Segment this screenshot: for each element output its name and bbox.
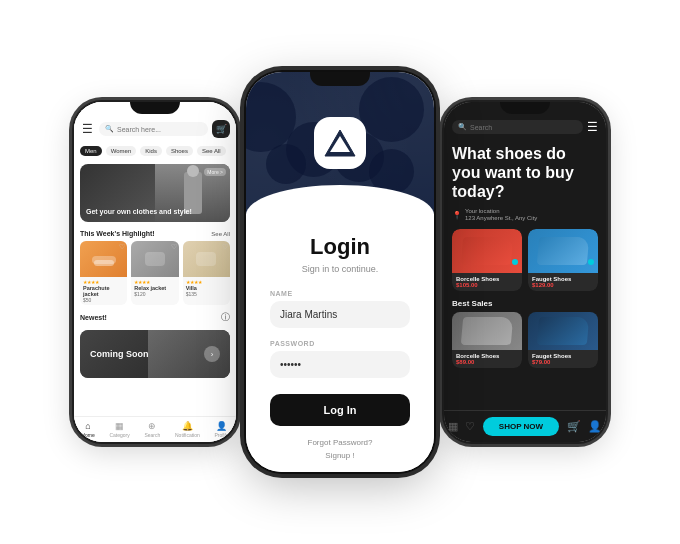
search-bar[interactable]: 🔍 — [99, 122, 208, 136]
newest-title: Newest! — [80, 314, 107, 321]
product-card-2[interactable]: ♡ ★★★★ Relax jacket $120 — [131, 241, 178, 305]
phone-left: ☰ 🔍 🛒 Men Women Kids Shoes See All — [74, 102, 236, 442]
shoe-card-red[interactable]: Borcelle Shoes $105.00 — [452, 229, 522, 291]
cart-icon[interactable]: 🛒 — [212, 120, 230, 138]
best-sales-title: Best Sales — [452, 299, 492, 308]
shoe-card-darkblue[interactable]: Fauget Shoes $79.00 — [528, 312, 598, 368]
shoe-price-blue: $129.00 — [532, 282, 594, 288]
signup-link[interactable]: Signup ! — [325, 451, 354, 460]
nav-home[interactable]: ⌂ Home — [81, 421, 94, 438]
red-shoe-shape — [461, 237, 513, 265]
phone-center: Login Sign in to continue. NAME PASSWORD… — [246, 72, 434, 472]
search-nav-icon: ⊕ — [148, 421, 156, 431]
notch-right — [500, 102, 550, 114]
shoe-img-red — [452, 229, 522, 273]
nav-profile[interactable]: 👤 Profile — [214, 421, 228, 438]
best-sales-header: Best Sales — [444, 297, 606, 312]
product-info-2: ★★★★ Relax jacket $120 — [131, 277, 178, 299]
product-card-3[interactable]: ♡ ★★★★ Villa $135 — [183, 241, 230, 305]
heart-icon-1[interactable]: ♡ — [119, 243, 125, 251]
newest-info-icon[interactable]: ⓘ — [221, 311, 230, 324]
shoe-card-gray[interactable]: Borcelle Shoes $89.00 — [452, 312, 522, 368]
login-button[interactable]: Log In — [270, 394, 410, 426]
cat-kids[interactable]: Kids — [140, 146, 162, 156]
nav-category[interactable]: ▦ Category — [109, 421, 129, 438]
notch-left — [130, 102, 180, 114]
blue-shoe-shape — [537, 237, 589, 265]
login-curve — [246, 185, 434, 214]
user-icon-right[interactable]: 👤 — [588, 420, 602, 433]
search-input-right[interactable] — [470, 124, 577, 131]
featured-shoes-grid: Borcelle Shoes $105.00 Fauget Shoes $129… — [444, 227, 606, 297]
profile-label: Profile — [214, 432, 228, 438]
shoe-price-darkblue: $79.00 — [532, 359, 594, 365]
search-icon-left: 🔍 — [105, 125, 114, 133]
product-price-2: $120 — [134, 291, 175, 297]
shoe-card-blue[interactable]: Fauget Shoes $129.00 — [528, 229, 598, 291]
product-price-1: $50 — [83, 297, 124, 303]
nav-notification[interactable]: 🔔 Notification — [175, 421, 200, 438]
coming-soon-arrow[interactable]: › — [204, 346, 220, 362]
categories-row: Men Women Kids Shoes See All — [74, 142, 236, 160]
center-screen: Login Sign in to continue. NAME PASSWORD… — [246, 72, 434, 472]
product-card-1[interactable]: ♡ ★★★★ Parachute jacket $50 — [80, 241, 127, 305]
logo-box — [314, 117, 366, 169]
nav-search[interactable]: ⊕ Search — [144, 421, 160, 438]
menu-icon-right[interactable]: ☰ — [587, 120, 598, 134]
notification-label: Notification — [175, 432, 200, 438]
search-icon-right: 🔍 — [458, 123, 467, 131]
darkblue-shoe-shape — [537, 317, 589, 345]
headline: What shoes doyou want to buytoday? — [444, 138, 606, 206]
search-input-left[interactable] — [117, 126, 202, 133]
password-label: PASSWORD — [270, 340, 315, 347]
forgot-password-link[interactable]: Forgot Password? — [308, 438, 373, 447]
cat-men[interactable]: Men — [80, 146, 102, 156]
home-icon: ⌂ — [85, 421, 90, 431]
profile-icon: 👤 — [216, 421, 227, 431]
right-bottom-nav: ▦ ♡ SHOP NOW 🛒 👤 — [444, 410, 606, 442]
more-button[interactable]: More > — [204, 168, 226, 176]
best-sales-grid: Borcelle Shoes $89.00 Fauget Shoes $79.0… — [444, 312, 606, 372]
shoe-img-darkblue — [528, 312, 598, 350]
banner-text: Get your own clothes and style! — [80, 201, 198, 222]
newest-header: Newest! ⓘ — [74, 307, 236, 326]
login-title: Login — [310, 234, 370, 260]
login-subtitle: Sign in to continue. — [302, 264, 379, 274]
hamburger-icon[interactable]: ☰ — [80, 120, 95, 138]
cart-icon-right[interactable]: 🛒 — [567, 420, 581, 433]
coming-soon-banner[interactable]: Coming Soon › — [80, 330, 230, 378]
heart-icon-3[interactable]: ♡ — [222, 243, 228, 251]
shoe-img-gray — [452, 312, 522, 350]
home-label: Home — [81, 432, 94, 438]
grid-icon-right[interactable]: ▦ — [448, 420, 458, 433]
logo-svg — [323, 128, 357, 158]
heart-icon-2[interactable]: ♡ — [171, 243, 177, 251]
product-price-3: $135 — [186, 291, 227, 297]
see-all-highlights[interactable]: See All — [211, 231, 230, 237]
search-nav-label: Search — [144, 432, 160, 438]
category-icon: ▦ — [115, 421, 124, 431]
left-screen: ☰ 🔍 🛒 Men Women Kids Shoes See All — [74, 102, 236, 442]
phone-right: 🔍 ☰ What shoes doyou want to buytoday? 📍… — [444, 102, 606, 442]
cat-all[interactable]: See All — [197, 146, 226, 156]
right-search-bar[interactable]: 🔍 — [452, 120, 583, 134]
shop-now-button[interactable]: SHOP NOW — [483, 417, 559, 436]
phones-container: ☰ 🔍 🛒 Men Women Kids Shoes See All — [64, 52, 616, 492]
password-input[interactable] — [270, 351, 410, 378]
shoe-price-gray: $89.00 — [456, 359, 518, 365]
cat-shoes[interactable]: Shoes — [166, 146, 193, 156]
name-input[interactable] — [270, 301, 410, 328]
banner: Get your own clothes and style! More > — [80, 164, 230, 222]
coming-soon-text: Coming Soon — [90, 349, 149, 359]
deco-circle-3 — [359, 77, 424, 142]
product-info-3: ★★★★ Villa $135 — [183, 277, 230, 299]
svg-rect-3 — [196, 252, 216, 266]
cat-women[interactable]: Women — [106, 146, 137, 156]
heart-icon-right[interactable]: ♡ — [465, 420, 475, 433]
location-label: Your location — [465, 208, 537, 216]
shoe-img-blue — [528, 229, 598, 273]
deco-circle-6 — [266, 144, 306, 184]
svg-rect-1 — [94, 260, 114, 266]
product-info-1: ★★★★ Parachute jacket $50 — [80, 277, 127, 305]
shoe-price-red: $105.00 — [456, 282, 518, 288]
